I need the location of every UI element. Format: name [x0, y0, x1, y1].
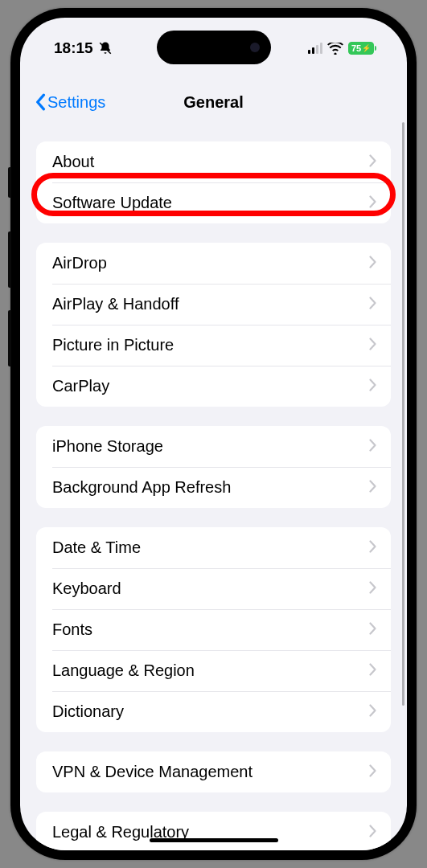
- chevron-right-icon: [369, 480, 376, 496]
- page-title: General: [183, 93, 243, 112]
- phone-frame: 18:15 75⚡ Settings: [10, 8, 417, 860]
- row-label: Fonts: [52, 620, 92, 639]
- chevron-right-icon: [369, 338, 376, 354]
- row-label: iPhone Storage: [52, 437, 163, 456]
- row-airdrop[interactable]: AirDrop: [36, 243, 391, 284]
- row-label: About: [52, 153, 94, 171]
- scroll-indicator[interactable]: [402, 122, 404, 706]
- wifi-icon: [327, 43, 343, 55]
- settings-content[interactable]: AboutSoftware UpdateAirDropAirPlay & Han…: [20, 127, 407, 850]
- row-label: Picture in Picture: [52, 336, 174, 354]
- settings-group: Legal & Regulatory: [36, 812, 391, 850]
- back-button[interactable]: Settings: [35, 93, 105, 112]
- row-date-time[interactable]: Date & Time: [36, 527, 391, 568]
- chevron-right-icon: [369, 663, 376, 679]
- row-vpn-device-management[interactable]: VPN & Device Management: [36, 751, 391, 792]
- row-label: Date & Time: [52, 538, 141, 557]
- battery-icon: 75⚡: [348, 42, 376, 55]
- row-label: CarPlay: [52, 377, 109, 395]
- row-label: AirDrop: [52, 254, 107, 272]
- row-label: Dictionary: [52, 702, 124, 721]
- settings-group: AboutSoftware Update: [36, 141, 391, 223]
- chevron-right-icon: [369, 704, 376, 720]
- settings-group: iPhone StorageBackground App Refresh: [36, 426, 391, 508]
- row-picture-in-picture[interactable]: Picture in Picture: [36, 325, 391, 366]
- row-dictionary[interactable]: Dictionary: [36, 691, 391, 732]
- chevron-right-icon: [369, 379, 376, 395]
- chevron-right-icon: [369, 154, 376, 170]
- row-carplay[interactable]: CarPlay: [36, 366, 391, 407]
- chevron-left-icon: [35, 93, 46, 111]
- status-time: 18:15: [54, 39, 93, 57]
- silent-icon: [98, 41, 113, 55]
- row-label: Language & Region: [52, 661, 195, 680]
- nav-bar: Settings General: [20, 80, 407, 124]
- chevron-right-icon: [369, 540, 376, 556]
- side-buttons: [8, 167, 11, 389]
- row-language-region[interactable]: Language & Region: [36, 650, 391, 691]
- row-keyboard[interactable]: Keyboard: [36, 568, 391, 609]
- screen: 18:15 75⚡ Settings: [20, 18, 407, 850]
- cellular-icon: [308, 43, 322, 54]
- chevron-right-icon: [369, 825, 376, 841]
- chevron-right-icon: [369, 439, 376, 455]
- chevron-right-icon: [369, 195, 376, 211]
- dynamic-island: [157, 31, 271, 64]
- chevron-right-icon: [369, 581, 376, 597]
- row-label: VPN & Device Management: [52, 763, 253, 781]
- row-label: Keyboard: [52, 579, 121, 598]
- row-airplay-handoff[interactable]: AirPlay & Handoff: [36, 284, 391, 325]
- row-iphone-storage[interactable]: iPhone Storage: [36, 426, 391, 467]
- back-label: Settings: [47, 93, 105, 112]
- chevron-right-icon: [369, 256, 376, 272]
- row-fonts[interactable]: Fonts: [36, 609, 391, 650]
- settings-group: Date & TimeKeyboardFontsLanguage & Regio…: [36, 527, 391, 732]
- settings-group: AirDropAirPlay & HandoffPicture in Pictu…: [36, 243, 391, 407]
- settings-group: VPN & Device Management: [36, 751, 391, 792]
- row-software-update[interactable]: Software Update: [36, 182, 391, 223]
- chevron-right-icon: [369, 764, 376, 780]
- row-label: AirPlay & Handoff: [52, 295, 179, 313]
- chevron-right-icon: [369, 297, 376, 313]
- row-label: Background App Refresh: [52, 478, 231, 497]
- row-legal-regulatory[interactable]: Legal & Regulatory: [36, 812, 391, 850]
- row-about[interactable]: About: [36, 141, 391, 182]
- chevron-right-icon: [369, 622, 376, 638]
- row-label: Software Update: [52, 194, 172, 212]
- row-background-app-refresh[interactable]: Background App Refresh: [36, 467, 391, 508]
- home-indicator[interactable]: [150, 838, 278, 842]
